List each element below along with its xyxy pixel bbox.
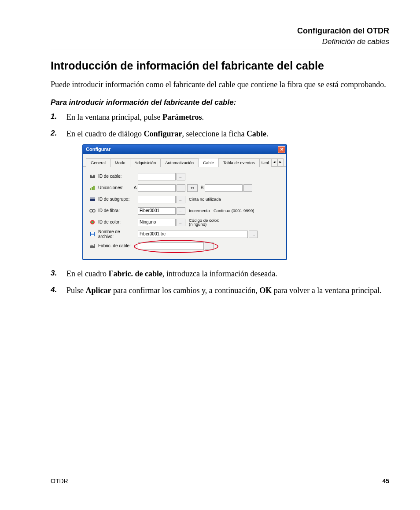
label-id-color: ID de color: — [96, 220, 133, 224]
swap-locations-button[interactable]: ⇔ — [187, 184, 198, 192]
step-2-mid: , seleccione la ficha — [182, 129, 246, 138]
fiber-icon — [88, 208, 96, 213]
tab-automatizacion[interactable]: Automatización — [160, 158, 199, 167]
step-4-pre: Pulse — [66, 286, 86, 295]
label-id-subgrupo: ID de subgrupo: — [96, 197, 133, 202]
row-id-color: ID de color: Ninguno ... Código de color… — [88, 218, 281, 227]
input-id-fibra[interactable]: Fiber0001 — [138, 207, 176, 215]
side-codigo-color: Código de color: (ninguno) — [189, 218, 219, 227]
ellipsis-ubicacion-a-button[interactable]: ... — [177, 184, 185, 192]
svg-rect-3 — [90, 188, 91, 190]
triangle-right-icon: ► — [279, 161, 282, 164]
step-4-post: para volver a la ventana principal. — [272, 286, 381, 295]
row-ubicaciones: Ubicaciones: A ... ⇔ B ... — [88, 183, 281, 192]
page-header: Configuración del OTDR Definición de cab… — [51, 26, 389, 46]
svg-point-10 — [92, 209, 95, 212]
configurar-dialog: Configurar ✕ General Modo Adquisición Au… — [82, 144, 287, 261]
svg-marker-18 — [92, 245, 93, 246]
input-nombre-archivo[interactable]: Fiber0001.trc — [138, 231, 248, 238]
svg-rect-4 — [92, 187, 93, 190]
tab-modo[interactable]: Modo — [110, 158, 130, 167]
ellipsis-id-color-button[interactable]: ... — [177, 219, 185, 226]
step-1-bold: Parámetros — [162, 113, 202, 121]
sub-heading: Para introducir información del fabrican… — [51, 98, 389, 107]
ellipsis-fabric-cable-button[interactable]: ... — [205, 242, 214, 250]
input-ubicacion-b[interactable] — [205, 184, 243, 192]
section-heading: Introducción de información del fabrican… — [51, 59, 389, 73]
tab-cable[interactable]: Cable — [198, 158, 219, 167]
row-fabric-cable: Fabric. de cable: ... — [88, 242, 281, 250]
step-2-bold1: Configurar — [144, 129, 182, 138]
color-icon — [88, 220, 96, 225]
tab-scroll-arrows: ◄ ► — [271, 158, 284, 166]
step-2: En el cuadro de diálogo Configurar, sele… — [51, 128, 389, 260]
dialog-titlebar: Configurar ✕ — [83, 145, 286, 154]
ellipsis-id-fibra-button[interactable]: ... — [177, 207, 185, 215]
swap-arrows-icon: ⇔ — [191, 186, 194, 190]
tab-uml-fragment[interactable]: Uml — [259, 158, 271, 167]
tab-adquisicion[interactable]: Adquisición — [130, 158, 161, 167]
step-1-pre: En la ventana principal, pulse — [66, 113, 162, 121]
ellipsis-ubicacion-b-button[interactable]: ... — [243, 184, 252, 192]
svg-rect-2 — [93, 175, 95, 176]
page-footer: OTDR 45 — [51, 477, 389, 484]
tab-tabla-eventos[interactable]: Tabla de eventos — [218, 158, 260, 167]
tab-strip: General Modo Adquisición Automatización … — [83, 154, 286, 167]
row-nombre-archivo: Nombre de archivo: Fiber0001.trc ... — [88, 229, 281, 239]
svg-point-9 — [90, 209, 92, 212]
svg-rect-14 — [91, 232, 94, 234]
step-2-bold2: Cable — [247, 129, 266, 138]
svg-rect-16 — [90, 246, 95, 248]
mark-a: A — [133, 186, 138, 190]
input-id-subgrupo[interactable] — [138, 196, 176, 203]
step-2-post: . — [266, 129, 269, 138]
ellipsis-nombre-archivo-button[interactable]: ... — [249, 231, 258, 238]
step-3-post: , introduzca la información deseada. — [162, 269, 277, 278]
side-cinta: Cinta no utilizada — [189, 197, 221, 202]
step-4: Pulse Aplicar para confirmar los cambios… — [51, 285, 389, 296]
subgroup-icon — [88, 197, 96, 202]
dialog-title: Configurar — [86, 147, 278, 152]
header-rule — [51, 49, 389, 49]
svg-rect-1 — [90, 175, 92, 176]
svg-rect-5 — [93, 186, 95, 190]
tab-general[interactable]: General — [86, 158, 111, 167]
ellipsis-id-subgrupo-button[interactable]: ... — [177, 196, 185, 203]
side-codigo-color-l2: (ninguno) — [189, 222, 206, 227]
svg-rect-0 — [90, 176, 95, 178]
row-id-subgrupo: ID de subgrupo: ... Cinta no utilizada — [88, 195, 281, 204]
input-ubicacion-a[interactable] — [138, 184, 176, 192]
footer-page-number: 45 — [382, 477, 389, 484]
label-nombre-archivo: Nombre de archivo: — [96, 229, 133, 239]
label-id-fibra: ID de fibra: — [96, 209, 133, 213]
close-button[interactable]: ✕ — [278, 146, 285, 153]
label-id-cable: ID de cable: — [96, 174, 133, 179]
header-title: Configuración del OTDR — [51, 26, 389, 36]
input-id-color[interactable]: Ninguno — [138, 219, 176, 226]
tab-scroll-right-button[interactable]: ► — [277, 158, 284, 166]
step-3-bold: Fabric. de cable — [108, 269, 162, 278]
side-incremento: Incremento - Continuo (0001-9999) — [189, 209, 254, 213]
factory-icon — [88, 243, 96, 249]
step-4-bold2: OK — [259, 286, 272, 295]
step-1-post: . — [202, 113, 204, 121]
row-id-cable: ID de cable: ... — [88, 172, 281, 181]
input-fabric-cable[interactable] — [138, 242, 204, 250]
input-id-cable[interactable] — [138, 173, 176, 180]
step-1: En la ventana principal, pulse Parámetro… — [51, 111, 389, 123]
close-icon: ✕ — [280, 147, 284, 152]
step-4-bold1: Aplicar — [86, 286, 111, 295]
header-subtitle: Definición de cables — [51, 37, 389, 46]
label-fabric-cable: Fabric. de cable: — [96, 244, 133, 248]
label-ubicaciones: Ubicaciones: — [96, 186, 133, 190]
svg-rect-8 — [90, 200, 95, 201]
svg-point-12 — [92, 221, 94, 224]
step-3: En el cuadro Fabric. de cable, introduzc… — [51, 268, 389, 279]
steps-list: En la ventana principal, pulse Parámetro… — [51, 111, 389, 296]
footer-product: OTDR — [51, 477, 68, 484]
intro-text: Puede introducir información como el fab… — [51, 79, 389, 90]
tab-scroll-left-button[interactable]: ◄ — [271, 158, 277, 166]
step-2-pre: En el cuadro de diálogo — [66, 129, 144, 138]
dialog-figure: Configurar ✕ General Modo Adquisición Au… — [82, 144, 389, 261]
ellipsis-id-cable-button[interactable]: ... — [177, 173, 185, 180]
